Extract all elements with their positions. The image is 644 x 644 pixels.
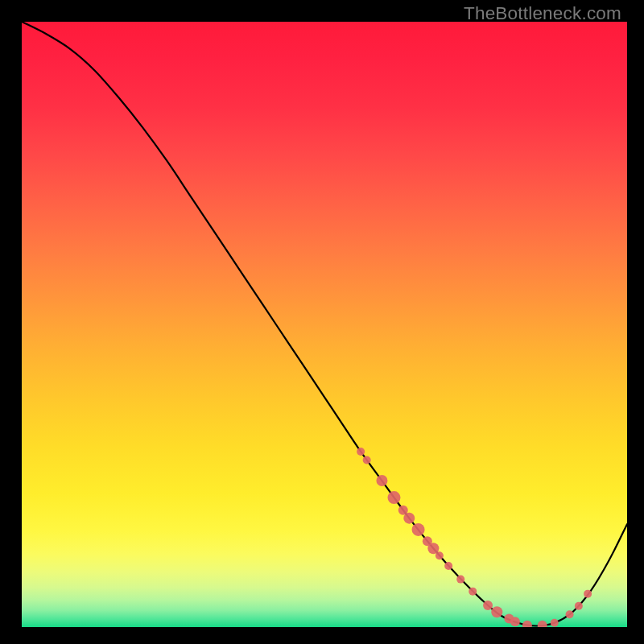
highlight-dot [436,551,444,559]
highlight-dot [566,610,574,618]
highlight-dot [412,523,425,536]
highlight-dot [363,456,371,464]
highlight-dot [387,491,400,504]
watermark-text: TheBottleneck.com [464,3,621,24]
highlight-dot [575,602,583,610]
highlight-dot [469,588,477,596]
bottleneck-chart [22,22,627,627]
highlight-dot [456,576,464,584]
chart-frame [22,22,627,627]
highlight-dot [510,617,520,626]
highlight-dot [551,619,559,627]
highlight-dot [444,562,452,570]
highlight-dot [491,606,502,617]
highlight-dot [403,513,415,524]
highlight-dot [483,601,493,610]
highlight-dot [376,475,387,486]
gradient-background [22,22,627,627]
highlight-dot [357,448,365,456]
highlight-dot [584,590,592,598]
